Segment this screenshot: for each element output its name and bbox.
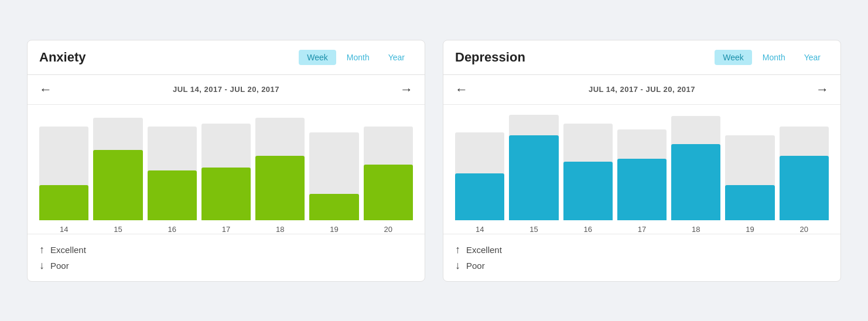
bar-label-4: 18 [692,225,700,234]
bar-fill-6 [780,156,829,220]
chart-header-anxiety: AnxietyWeekMonthYear [28,40,425,75]
bar-group-2: 16 [563,111,613,234]
bar-label-4: 18 [276,225,284,234]
bar-label-2: 16 [583,225,592,234]
bar-bg-5 [309,132,358,220]
legend-label-up-anxiety: Excellent [50,245,86,255]
bar-label-0: 14 [60,225,68,234]
bar-wrapper-1 [93,118,142,220]
bar-group-5: 19 [725,111,774,234]
chart-card-depression: DepressionWeekMonthYear←JUL 14, 2017 - J… [443,40,841,282]
bar-wrapper-3 [617,129,667,220]
tab-year-depression[interactable]: Year [796,50,829,65]
next-arrow-anxiety[interactable]: → [400,82,413,97]
legend-arrow-down-depression: ↓ [455,259,460,272]
bar-label-3: 17 [222,225,230,234]
bar-group-0: 14 [39,111,88,234]
bar-group-2: 16 [148,111,197,234]
bar-wrapper-3 [201,124,251,220]
tab-week-anxiety[interactable]: Week [299,50,336,65]
chart-nav-anxiety: ←JUL 14, 2017 - JUL 20, 2017→ [28,75,425,105]
bar-group-4: 18 [671,111,720,234]
bar-wrapper-1 [509,115,558,220]
bar-bg-4 [671,116,720,220]
bar-bg-0 [455,132,504,220]
bar-wrapper-4 [255,118,305,220]
bar-fill-3 [617,159,667,220]
bar-fill-4 [671,144,720,220]
bar-bg-6 [364,127,413,220]
chart-header-depression: DepressionWeekMonthYear [443,40,840,75]
bar-fill-6 [364,165,413,220]
bar-group-5: 19 [309,111,358,234]
chart-area-anxiety: 14151617181920 [28,105,425,234]
bar-group-1: 15 [93,111,142,234]
bar-fill-5 [725,185,774,220]
chart-nav-depression: ←JUL 14, 2017 - JUL 20, 2017→ [443,75,840,105]
charts-container: AnxietyWeekMonthYear←JUL 14, 2017 - JUL … [15,28,853,293]
legend-arrow-down-anxiety: ↓ [39,259,45,272]
prev-arrow-anxiety[interactable]: ← [39,82,52,97]
bar-label-3: 17 [638,225,646,234]
bar-group-6: 20 [364,111,413,234]
bar-group-3: 17 [617,111,667,234]
chart-area-depression: 14151617181920 [443,105,840,234]
time-controls-depression: WeekMonthYear [715,50,829,65]
chart-title-anxiety: Anxiety [39,50,86,65]
bar-fill-3 [201,168,251,220]
tab-year-anxiety[interactable]: Year [380,50,413,65]
bar-wrapper-0 [39,127,88,220]
bar-bg-1 [509,115,558,220]
bar-label-6: 20 [384,225,392,234]
legend-label-down-depression: Poor [466,261,485,271]
bar-fill-4 [255,156,305,220]
bar-group-6: 20 [780,111,829,234]
bar-bg-6 [780,127,829,220]
bar-wrapper-5 [309,132,358,220]
bar-wrapper-6 [364,127,413,220]
bar-wrapper-5 [725,135,774,220]
bar-label-1: 15 [114,225,122,234]
tab-week-depression[interactable]: Week [715,50,752,65]
bar-group-0: 14 [455,111,504,234]
bar-bg-4 [255,118,305,220]
legend-label-down-anxiety: Poor [50,261,69,271]
bar-label-1: 15 [529,225,538,234]
date-range-depression: JUL 14, 2017 - JUL 20, 2017 [589,85,695,94]
bar-bg-5 [725,135,774,220]
bar-fill-1 [509,135,558,220]
bar-wrapper-4 [671,116,720,220]
bar-group-3: 17 [201,111,251,234]
bar-fill-2 [563,162,613,220]
legend-arrow-up-anxiety: ↑ [39,244,45,256]
tab-month-depression[interactable]: Month [754,50,794,65]
bar-fill-1 [93,150,142,220]
tab-month-anxiety[interactable]: Month [339,50,378,65]
bar-wrapper-0 [455,132,504,220]
bar-label-2: 16 [168,225,176,234]
legend-item-up-anxiety: ↑Excellent [39,244,413,256]
bar-fill-5 [309,194,358,220]
bar-wrapper-2 [563,124,613,220]
chart-legend-anxiety: ↑Excellent↓Poor [28,234,425,281]
bar-label-0: 14 [476,225,484,234]
chart-legend-depression: ↑Excellent↓Poor [443,234,840,281]
legend-item-down-depression: ↓Poor [455,259,829,272]
bar-bg-2 [148,127,197,220]
bar-wrapper-2 [148,127,197,220]
legend-item-down-anxiety: ↓Poor [39,259,413,272]
legend-item-up-depression: ↑Excellent [455,244,829,256]
chart-card-anxiety: AnxietyWeekMonthYear←JUL 14, 2017 - JUL … [27,40,425,282]
prev-arrow-depression[interactable]: ← [455,82,468,97]
bar-bg-3 [201,124,251,220]
bar-group-4: 18 [255,111,305,234]
time-controls-anxiety: WeekMonthYear [299,50,413,65]
bar-fill-0 [455,173,504,220]
next-arrow-depression[interactable]: → [816,82,829,97]
bar-bg-1 [93,118,142,220]
bar-bg-0 [39,127,88,220]
bar-label-5: 19 [330,225,338,234]
bar-label-6: 20 [800,225,808,234]
bar-wrapper-6 [780,127,829,220]
bar-bg-2 [563,124,613,220]
